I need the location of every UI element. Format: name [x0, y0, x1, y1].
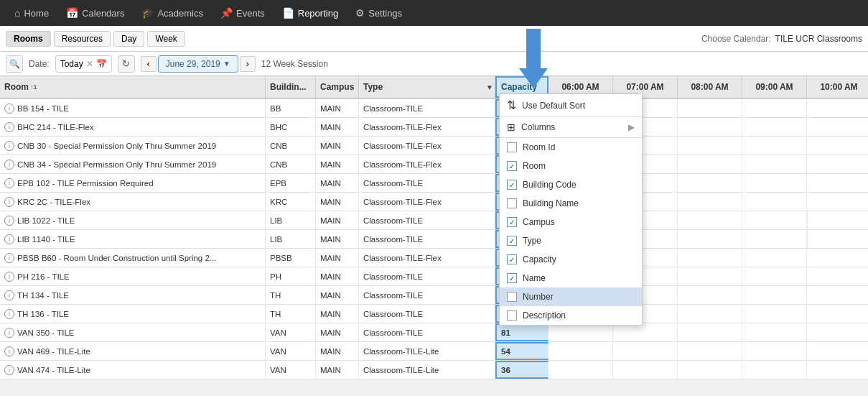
- campus-cell: MAIN: [316, 305, 359, 323]
- time-cell-0800: [678, 193, 742, 211]
- info-icon[interactable]: i: [4, 216, 14, 226]
- main-table: Room ↑1 Buildin... Campus Type ▼ Capacit…: [0, 76, 868, 379]
- time-cell-0900: [742, 361, 807, 379]
- nav-events[interactable]: 📌 Events: [212, 0, 274, 26]
- info-icon[interactable]: i: [4, 365, 14, 375]
- col-room-item[interactable]: Room: [500, 157, 642, 175]
- columns-item[interactable]: ⊞ Columns ▶: [500, 117, 642, 137]
- time-cell-1000: [807, 118, 868, 136]
- column-dropdown: ⇅ Use Default Sort ⊞ Columns ▶ Room Id R…: [499, 93, 643, 326]
- nav-academics[interactable]: 🎓 Academics: [133, 0, 212, 26]
- campus-cell: MAIN: [316, 211, 359, 229]
- buildingname-checkbox[interactable]: [507, 198, 517, 208]
- time-cell-0900: [742, 155, 807, 173]
- room-cell: iPH 216 - TILE: [0, 267, 266, 285]
- th-type[interactable]: Type ▼: [359, 76, 495, 98]
- time-cell-0800: [678, 361, 742, 379]
- time-cell-1000: [807, 323, 868, 341]
- campus-checkbox[interactable]: [507, 217, 517, 227]
- tab-day[interactable]: Day: [113, 31, 144, 47]
- type-cell: Classroom-TILE: [359, 174, 495, 192]
- search-button[interactable]: 🔍: [6, 55, 23, 73]
- table-row: iVAN 469 - TILE-Lite VAN MAIN Classroom-…: [0, 342, 868, 361]
- columns-label: Columns: [521, 122, 555, 132]
- academics-icon: 🎓: [141, 7, 154, 19]
- th-building[interactable]: Buildin...: [266, 76, 316, 98]
- type-cell: Classroom-TILE-Flex: [359, 249, 495, 267]
- nav-home[interactable]: ⌂ Home: [6, 0, 57, 26]
- col-capacity-item[interactable]: Capacity: [500, 250, 642, 269]
- info-icon[interactable]: i: [4, 103, 14, 114]
- submenu-arrow-icon: ▶: [628, 122, 635, 132]
- tab-rooms[interactable]: Rooms: [6, 31, 51, 47]
- col-description-item[interactable]: Description: [500, 306, 642, 325]
- next-date-button[interactable]: ›: [240, 56, 256, 72]
- name-checkbox[interactable]: [507, 273, 517, 283]
- date-today-input[interactable]: Today ✕ 📅: [55, 55, 112, 73]
- col-campus-item[interactable]: Campus: [500, 213, 642, 231]
- room-cell: iCNB 30 - Special Permission Only Thru S…: [0, 137, 266, 155]
- info-icon[interactable]: i: [4, 253, 14, 263]
- col-number-item[interactable]: Number: [500, 287, 642, 306]
- info-icon[interactable]: i: [4, 160, 14, 170]
- capacity-checkbox[interactable]: [507, 254, 517, 264]
- refresh-button[interactable]: ↻: [118, 55, 135, 73]
- info-icon[interactable]: i: [4, 290, 14, 300]
- time-cell-0900: [742, 286, 807, 304]
- info-icon[interactable]: i: [4, 328, 14, 338]
- time-cell-0900: [742, 230, 807, 248]
- time-cell-1000: [807, 267, 868, 285]
- roomid-checkbox[interactable]: [507, 142, 517, 152]
- room-cell: iTH 134 - TILE: [0, 286, 266, 304]
- columns-icon: ⊞: [507, 121, 515, 133]
- col-type-item[interactable]: Type: [500, 231, 642, 250]
- table-row: iBHC 214 - TILE-Flex BHC MAIN Classroom-…: [0, 118, 868, 137]
- info-icon[interactable]: i: [4, 346, 14, 356]
- info-icon[interactable]: i: [4, 234, 14, 244]
- date-range-button[interactable]: June 29, 2019 ▼: [158, 55, 238, 73]
- buildingcode-checkbox[interactable]: [507, 180, 517, 190]
- type-filter-icon[interactable]: ▼: [486, 83, 493, 91]
- clear-date-icon[interactable]: ✕: [86, 59, 93, 69]
- table-row: iVAN 350 - TILE VAN MAIN Classroom-TILE …: [0, 323, 868, 342]
- info-icon[interactable]: i: [4, 178, 14, 188]
- time-cell-1100: [808, 211, 868, 229]
- campus-cell: MAIN: [316, 249, 359, 267]
- room-checkbox[interactable]: [507, 161, 517, 171]
- table-row: iVAN 474 - TILE-Lite VAN MAIN Classroom-…: [0, 361, 868, 379]
- prev-date-button[interactable]: ‹: [141, 56, 157, 72]
- date-label: Date:: [29, 59, 50, 69]
- number-checkbox[interactable]: [507, 292, 517, 302]
- col-buildingcode-item[interactable]: Building Code: [500, 175, 642, 194]
- col-name-item[interactable]: Name: [500, 269, 642, 287]
- room-cell: iPBSB B60 - Room Under Construction unti…: [0, 249, 266, 267]
- type-checkbox[interactable]: [507, 236, 517, 246]
- table-body: iBB 154 - TILE BB MAIN Classroom-TILE iB…: [0, 99, 868, 379]
- description-checkbox[interactable]: [507, 310, 517, 321]
- time-cell-0600: [549, 361, 613, 379]
- tab-week[interactable]: Week: [147, 31, 185, 47]
- tab-resources[interactable]: Resources: [54, 31, 111, 47]
- nav-calendars[interactable]: 📅 Calendars: [57, 0, 133, 26]
- col-number-label: Number: [523, 292, 554, 302]
- info-icon[interactable]: i: [4, 141, 14, 151]
- calendar-icon[interactable]: 📅: [96, 59, 107, 69]
- table-row: iLIB 1140 - TILE LIB MAIN Classroom-TILE…: [0, 230, 868, 249]
- info-icon[interactable]: i: [4, 272, 14, 282]
- th-room[interactable]: Room ↑1: [0, 76, 266, 98]
- col-roomid-item[interactable]: Room Id: [500, 138, 642, 157]
- nav-reporting[interactable]: 📄 Reporting: [274, 0, 347, 26]
- info-icon[interactable]: i: [4, 309, 14, 319]
- campus-cell: MAIN: [316, 323, 359, 341]
- time-cell-0700: [613, 342, 678, 360]
- th-campus[interactable]: Campus: [316, 76, 359, 98]
- use-default-sort-item[interactable]: ⇅ Use Default Sort: [500, 94, 642, 116]
- nav-settings[interactable]: ⚙ Settings: [347, 0, 411, 26]
- col-buildingname-item[interactable]: Building Name: [500, 194, 642, 213]
- type-cell: Classroom-TILE-Lite: [359, 342, 495, 360]
- info-icon[interactable]: i: [4, 122, 14, 132]
- time-cell-1000: [807, 249, 868, 267]
- time-cell-1000: [807, 305, 868, 323]
- info-icon[interactable]: i: [4, 197, 14, 207]
- highlight-arrow: [519, 29, 548, 90]
